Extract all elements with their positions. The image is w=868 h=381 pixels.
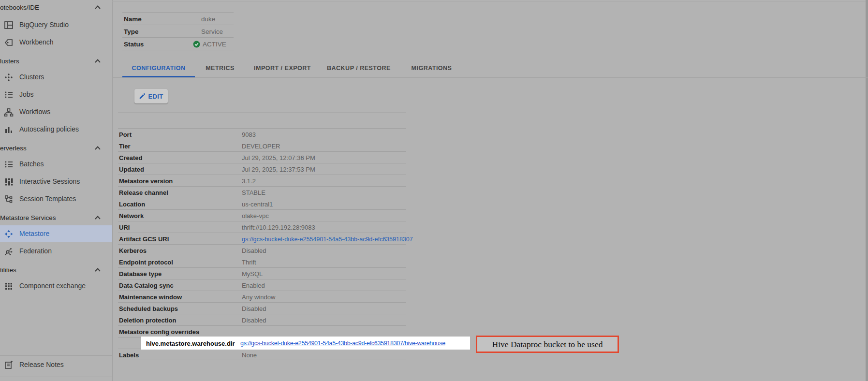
chevron-up-icon [95, 216, 101, 220]
sidebar-section-serverless[interactable]: erverless [0, 145, 112, 155]
sidebar: otebooks/IDE BigQuery Studio Workbench l… [0, 0, 113, 381]
sidebar-item-interactive-sessions[interactable]: Interactive Sessions [0, 173, 112, 190]
clusters-icon [4, 73, 14, 82]
edit-button[interactable]: EDIT [134, 89, 168, 103]
jobs-list-icon [4, 90, 14, 100]
sidebar-section-notebooks-ide[interactable]: otebooks/IDE [0, 4, 112, 15]
chevron-up-icon [95, 146, 101, 150]
sidebar-item-label: Interactive Sessions [19, 177, 80, 185]
sidebar-item-clusters[interactable]: Clusters [0, 69, 112, 86]
sidebar-section-utilities[interactable]: tilities [0, 266, 112, 277]
pencil-icon [139, 93, 146, 100]
sidebar-item-metastore[interactable]: Metastore [0, 225, 112, 242]
batches-list-icon [4, 160, 14, 169]
section-label: erverless [0, 145, 27, 152]
sidebar-divider [0, 377, 112, 377]
sidebar-item-label: Workflows [19, 108, 50, 116]
status-badge: ACTIVE [193, 41, 226, 48]
annotation-text: Hive Dataproc bucket to be used [492, 339, 603, 350]
table-row: Database type MySQL [118, 267, 406, 279]
section-label: otebooks/IDE [0, 4, 39, 11]
sidebar-item-label: Workbench [19, 38, 54, 46]
status-text: ACTIVE [203, 41, 226, 48]
sidebar-item-label: Federation [19, 247, 52, 255]
configuration-table: Port 9083 Tier DEVELOPER Created Jul 29,… [118, 128, 406, 360]
tabs-bottom-border [112, 77, 868, 78]
table-row: Metastore version 3.1.2 [118, 175, 406, 186]
artifact-gcs-uri-link[interactable]: gs://gcs-bucket-duke-e2554901-54a5-43bb-… [242, 236, 413, 243]
tab-import-export[interactable]: IMPORT / EXPORT [251, 65, 313, 76]
hive-warehouse-link[interactable]: gs://gcs-bucket-duke-e2554901-54a5-43bb-… [240, 340, 445, 347]
dataproc-metastore-page: otebooks/IDE BigQuery Studio Workbench l… [0, 0, 868, 381]
table-row: Scheduled backups Disabled [118, 302, 406, 314]
sidebar-item-label: Jobs [19, 90, 34, 98]
row-value: Service [201, 28, 223, 35]
table-row: Metastore config overrides [118, 325, 406, 337]
table-top-border [118, 112, 406, 113]
tab-metrics[interactable]: METRICS [199, 65, 241, 76]
table-row: Location us-central1 [118, 198, 406, 209]
section-label: tilities [0, 266, 16, 274]
section-label: lusters [0, 58, 19, 65]
sidebar-item-batches[interactable]: Batches [0, 156, 112, 173]
table-row: Kerberos Disabled [118, 244, 406, 256]
sidebar-item-release-notes[interactable]: Release Notes [0, 356, 112, 374]
table-row: Data Catalog sync Enabled [118, 279, 406, 291]
sidebar-item-label: Batches [19, 160, 44, 168]
content-top-border [112, 1, 868, 2]
sidebar-item-workbench[interactable]: Workbench [0, 34, 112, 51]
row-label: Name [124, 15, 142, 23]
active-tab-underline [122, 76, 195, 77]
sidebar-item-label: Session Templates [19, 195, 76, 203]
workbench-icon [4, 38, 14, 47]
sidebar-item-label: Metastore [19, 230, 49, 237]
tab-backup-restore[interactable]: BACKUP / RESTORE [327, 65, 389, 76]
metastore-icon [4, 229, 14, 239]
annotation-callout: Hive Dataproc bucket to be used [476, 336, 619, 353]
table-row: Status ACTIVE [122, 37, 234, 50]
workflows-icon [4, 107, 14, 117]
sidebar-divider [0, 355, 112, 356]
table-row: Port 9083 [118, 128, 406, 140]
sidebar-item-label: Clusters [19, 73, 44, 81]
chevron-up-icon [95, 268, 101, 272]
sidebar-section-clusters[interactable]: lusters [0, 58, 112, 68]
tab-configuration[interactable]: CONFIGURATION [122, 65, 195, 76]
sidebar-item-jobs[interactable]: Jobs [0, 86, 112, 103]
autoscaling-policies-icon [4, 125, 14, 134]
table-row: Created Jul 29, 2025, 12:07:36 PM [118, 151, 406, 163]
table-row: Endpoint protocol Thrift [118, 256, 406, 267]
component-exchange-icon [4, 281, 14, 291]
override-key: hive.metastore.warehouse.dir [146, 340, 235, 347]
highlighted-config-override-row: hive.metastore.warehouse.dir gs://gcs-bu… [141, 337, 470, 350]
table-row: Type Service [122, 25, 234, 37]
interactive-sessions-icon [4, 177, 14, 187]
sidebar-section-metastore-services[interactable]: Metastore Services [0, 214, 112, 225]
table-row: Maintenance window Any window [118, 291, 406, 302]
sidebar-item-federation[interactable]: Federation [0, 243, 112, 260]
sidebar-item-component-exchange[interactable]: Component exchange [0, 278, 112, 295]
table-row: Updated Jul 29, 2025, 12:37:53 PM [118, 163, 406, 175]
table-row: Deletion protection Disabled [118, 314, 406, 325]
sidebar-item-label: Autoscaling policies [19, 125, 79, 133]
table-row: URI thrift://10.129.192.28:9083 [118, 221, 406, 233]
edit-button-label: EDIT [148, 93, 163, 100]
chevron-up-icon [95, 59, 101, 63]
table-row: Release channel STABLE [118, 186, 406, 198]
sidebar-item-label: BigQuery Studio [19, 21, 69, 29]
tab-migrations[interactable]: MIGRATIONS [409, 65, 455, 76]
sidebar-item-bigquery-studio[interactable]: BigQuery Studio [0, 16, 112, 34]
section-label: Metastore Services [0, 214, 56, 221]
scrollbar[interactable] [866, 0, 868, 381]
release-notes-icon [4, 360, 14, 370]
sidebar-item-session-templates[interactable]: Session Templates [0, 190, 112, 208]
chevron-up-icon [95, 5, 101, 9]
check-circle-icon [193, 41, 200, 48]
table-row: Tier DEVELOPER [118, 140, 406, 151]
table-row: Network olake-vpc [118, 209, 406, 221]
bigquery-studio-icon [4, 20, 14, 30]
row-label: Status [124, 41, 144, 48]
sidebar-item-workflows[interactable]: Workflows [0, 103, 112, 121]
sidebar-item-autoscaling-policies[interactable]: Autoscaling policies [0, 121, 112, 138]
session-templates-icon [4, 194, 14, 204]
